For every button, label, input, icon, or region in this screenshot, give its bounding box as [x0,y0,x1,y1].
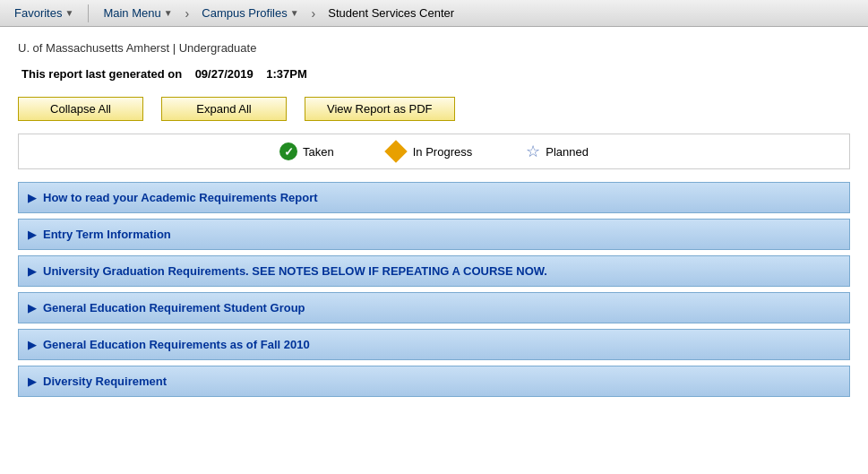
section-title-6: Diversity Requirement [43,375,167,388]
section-row-1[interactable]: ▶How to read your Academic Requirements … [18,182,850,213]
expand-arrow-icon-2: ▶ [28,228,36,241]
section-title-5: General Education Requirements as of Fal… [43,338,310,351]
favorites-label: Favorites [14,6,62,20]
section-title-2: Entry Term Information [43,228,171,241]
navigation-bar: Favorites ▼ Main Menu ▼ › Campus Profile… [0,0,868,27]
report-time-value: 1:37PM [266,67,307,81]
report-date-spacer [185,67,192,81]
button-row: Collapse All Expand All View Report as P… [18,97,850,121]
student-services-center-label: Student Services Center [321,3,461,23]
section-row-3[interactable]: ▶University Graduation Requirements. SEE… [18,255,850,287]
main-menu-label: Main Menu [103,6,160,20]
planned-icon: ☆ [526,142,540,161]
campus-profiles-menu[interactable]: Campus Profiles ▼ [194,3,305,23]
section-row-2[interactable]: ▶Entry Term Information [18,219,850,250]
report-date-prefix: This report last generated on [21,67,182,81]
section-title-4: General Education Requirement Student Gr… [43,301,305,315]
taken-label: Taken [303,145,334,159]
section-row-4[interactable]: ▶General Education Requirement Student G… [18,292,850,323]
in-progress-icon [384,140,407,162]
section-list: ▶How to read your Academic Requirements … [18,182,850,397]
campus-profiles-label: Campus Profiles [202,6,287,20]
expand-all-button[interactable]: Expand All [161,97,287,121]
taken-icon: ✓ [279,142,297,160]
report-time-spacer [256,67,262,81]
expand-arrow-icon-4: ▶ [28,302,36,315]
section-row-6[interactable]: ▶Diversity Requirement [18,366,850,397]
institution-label: U. of Massachusetts Amherst | Undergradu… [18,41,850,55]
section-row-5[interactable]: ▶General Education Requirements as of Fa… [18,329,850,360]
collapse-all-button[interactable]: Collapse All [18,97,143,121]
favorites-menu[interactable]: Favorites ▼ [7,3,81,23]
planned-label: Planned [546,145,589,159]
main-menu-arrow-icon: ▼ [164,8,173,18]
legend-row: ✓ Taken In Progress ☆ Planned [18,134,850,169]
legend-planned: ☆ Planned [526,142,589,161]
legend-in-progress: In Progress [388,143,472,159]
expand-arrow-icon-1: ▶ [28,192,36,204]
main-menu[interactable]: Main Menu ▼ [96,3,179,23]
expand-arrow-icon-3: ▶ [28,265,36,278]
favorites-arrow-icon: ▼ [64,8,73,18]
in-progress-label: In Progress [413,145,472,159]
legend-taken: ✓ Taken [279,142,334,160]
separator-2: › [312,6,316,21]
report-date-value: 09/27/2019 [195,67,254,81]
main-content: U. of Massachusetts Amherst | Undergradu… [0,27,868,411]
nav-divider [88,4,89,22]
expand-arrow-icon-6: ▶ [28,375,36,388]
view-pdf-button[interactable]: View Report as PDF [305,97,455,121]
section-title-3: University Graduation Requirements. SEE … [43,264,547,278]
section-title-1: How to read your Academic Requirements R… [43,191,318,204]
campus-profiles-arrow-icon: ▼ [290,8,299,18]
report-date: This report last generated on 09/27/2019… [18,67,850,81]
expand-arrow-icon-5: ▶ [28,339,36,351]
separator-1: › [185,6,190,21]
